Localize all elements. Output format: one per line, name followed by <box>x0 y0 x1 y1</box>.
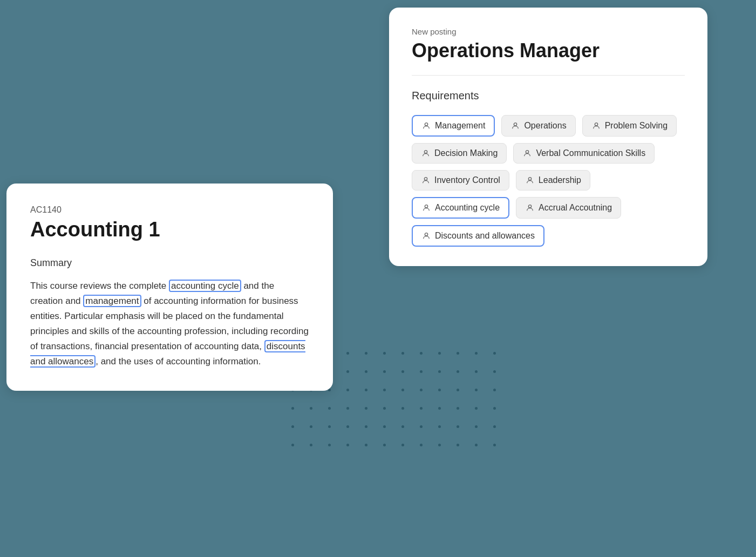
requirement-tag[interactable]: Accounting cycle <box>412 197 509 219</box>
dot <box>346 444 349 446</box>
dot <box>475 389 478 391</box>
dot <box>383 370 386 373</box>
dot <box>383 352 386 355</box>
svg-point-1 <box>514 123 517 126</box>
dot <box>438 444 441 446</box>
course-card: AC1140 Accounting 1 Summary This course … <box>6 184 333 391</box>
new-posting-label: New posting <box>412 27 685 36</box>
dot <box>493 425 496 428</box>
tag-label: Verbal Communication Skills <box>536 148 645 158</box>
dot <box>420 370 423 373</box>
dot <box>291 425 294 428</box>
dot <box>365 444 367 446</box>
dot <box>457 370 459 373</box>
dot <box>457 425 459 428</box>
dot <box>365 425 367 428</box>
dot <box>438 407 441 410</box>
svg-point-5 <box>424 178 427 180</box>
dot <box>457 389 459 391</box>
dot <box>438 425 441 428</box>
requirement-tag[interactable]: Problem Solving <box>582 115 677 137</box>
highlighted-term: discounts and allowances <box>30 340 305 368</box>
dot <box>310 444 312 446</box>
skill-icon <box>421 203 431 213</box>
requirement-tag[interactable]: Verbal Communication Skills <box>513 143 655 164</box>
dot <box>401 425 404 428</box>
dot <box>365 407 367 410</box>
summary-label: Summary <box>30 257 309 269</box>
dot <box>383 389 386 391</box>
svg-point-3 <box>424 151 427 153</box>
svg-point-6 <box>528 178 531 180</box>
tag-label: Management <box>435 121 485 131</box>
dot <box>346 389 349 391</box>
dot <box>365 370 367 373</box>
skill-icon <box>510 121 520 131</box>
skill-icon <box>522 148 532 158</box>
dot <box>493 389 496 391</box>
requirement-tag[interactable]: Inventory Control <box>412 170 509 191</box>
tag-label: Leadership <box>539 175 581 185</box>
dot <box>493 444 496 446</box>
dot <box>383 407 386 410</box>
dot <box>420 444 423 446</box>
requirement-tag[interactable]: Operations <box>501 115 575 137</box>
dot <box>401 352 404 355</box>
job-title: Operations Manager <box>412 39 685 62</box>
skill-icon <box>421 175 431 185</box>
svg-point-4 <box>526 151 529 153</box>
requirement-tag[interactable]: Discounts and allowances <box>412 225 544 247</box>
tag-label: Accounting cycle <box>435 203 500 213</box>
dot <box>493 370 496 373</box>
dot <box>291 444 294 446</box>
dot <box>310 407 312 410</box>
dot <box>346 407 349 410</box>
skill-icon <box>525 203 535 213</box>
tag-label: Decision Making <box>434 148 498 158</box>
dot <box>383 425 386 428</box>
dot <box>438 352 441 355</box>
highlighted-term: accounting cycle <box>169 280 241 292</box>
dot <box>457 444 459 446</box>
dot <box>420 352 423 355</box>
dot <box>401 444 404 446</box>
skill-icon <box>421 121 431 131</box>
dot <box>457 407 459 410</box>
requirement-tag[interactable]: Management <box>412 115 495 137</box>
tag-label: Accrual Accoutning <box>539 203 612 213</box>
highlighted-term: management <box>83 295 141 307</box>
dot <box>475 370 478 373</box>
dot <box>328 407 331 410</box>
svg-point-2 <box>595 123 597 126</box>
dot <box>493 407 496 410</box>
dot <box>457 352 459 355</box>
course-description: This course reviews the complete account… <box>30 278 309 369</box>
course-title: Accounting 1 <box>30 218 309 241</box>
svg-point-7 <box>425 205 427 208</box>
skill-icon <box>421 148 431 158</box>
requirement-tag[interactable]: Decision Making <box>412 143 507 164</box>
requirement-tag[interactable]: Leadership <box>516 170 590 191</box>
dot <box>328 425 331 428</box>
tags-container: Management Operations Problem Solving De… <box>412 115 685 247</box>
requirements-label: Requirements <box>412 90 685 102</box>
dot <box>438 370 441 373</box>
dot <box>420 425 423 428</box>
dot <box>475 425 478 428</box>
skill-icon <box>591 121 601 131</box>
skill-icon <box>525 175 535 185</box>
svg-point-0 <box>425 123 427 126</box>
tag-label: Operations <box>524 121 566 131</box>
requirement-tag[interactable]: Accrual Accoutning <box>516 197 621 219</box>
job-card: New posting Operations Manager Requireme… <box>389 8 707 266</box>
dot <box>346 425 349 428</box>
dot <box>475 407 478 410</box>
dot <box>310 425 312 428</box>
dot <box>365 389 367 391</box>
tag-label: Problem Solving <box>605 121 668 131</box>
divider <box>412 75 685 76</box>
dot <box>493 352 496 355</box>
dot <box>401 389 404 391</box>
tag-label: Discounts and allowances <box>435 231 535 241</box>
skill-icon <box>421 231 431 241</box>
